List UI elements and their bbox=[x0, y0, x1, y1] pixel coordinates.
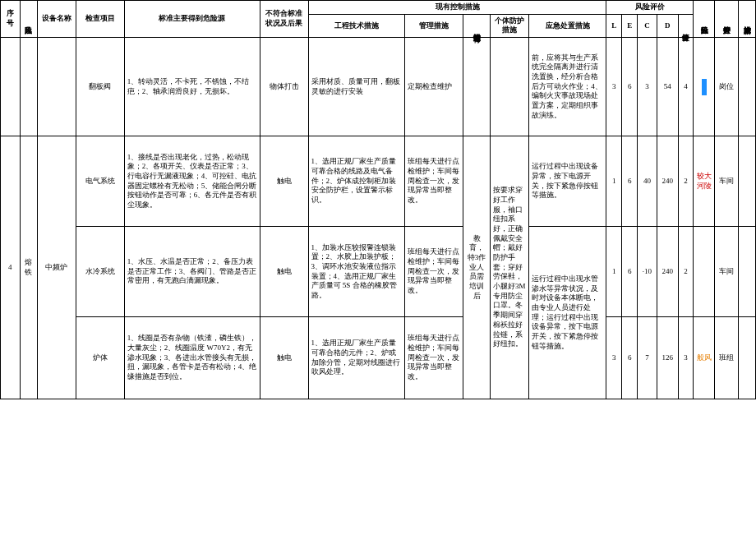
col-new-measure: 新增措施 bbox=[738, 1, 755, 38]
cell-emergency: 前，应将其与生产系统完全隔离并进行清洗置换，经分析合格后方可动火作业；4、编制火… bbox=[529, 38, 606, 136]
cell-train-edu: 教育，特3作业人员需培训后 bbox=[463, 136, 491, 399]
col-control-layer: 管控分层 bbox=[715, 1, 738, 38]
col-risk-point: 风险点 bbox=[20, 1, 37, 38]
col-L: L bbox=[606, 14, 622, 37]
cell-E: 6 bbox=[622, 317, 638, 399]
cell-mgmt: 班组每天进行点检维护；车间每周检查一次，发现异常当即整改。 bbox=[405, 317, 463, 399]
table-row: 炉体 1、线圈是否有杂物（铁渣，磷生铁），大量灰尘；2、线圈温度 W70Y2，有… bbox=[1, 317, 756, 399]
col-C: C bbox=[638, 14, 657, 37]
col-risk-eval: 风险评价 bbox=[606, 1, 694, 15]
col-risk-level: 风险分级 bbox=[694, 1, 715, 38]
cell-risk-level: 较大河陵 bbox=[694, 136, 715, 227]
cell-hazard: 1、水压、水温是否正常；2、备压力表是否正常工作；3、各阀门、管路是否正常密用，… bbox=[124, 227, 260, 317]
table-row: 翻板阀 1、转动灵活，不卡死，不锈蚀，不结疤；2、轴承润滑良好，无损坏。 物体打… bbox=[1, 38, 756, 136]
cell-check-item: 炉体 bbox=[76, 317, 124, 399]
cell-hazard: 1、接线是否出现老化，过热，松动现象；2、各项开关、仪表是否正常；3、行电容行无… bbox=[124, 136, 260, 227]
col-E: E bbox=[622, 14, 638, 37]
cell-C: 3 bbox=[638, 38, 657, 136]
cell-eval: 4 bbox=[678, 38, 694, 136]
cell-control-layer: 岗位 bbox=[715, 38, 738, 136]
cell-seq: 4 bbox=[1, 136, 21, 399]
cell-risk-point: 熔铁 bbox=[20, 136, 37, 399]
cell-C: 7 bbox=[638, 317, 657, 399]
cell-new-measure bbox=[738, 227, 755, 317]
cell-control-layer: 车间 bbox=[715, 227, 738, 317]
col-train-edu: 训育措施培教 bbox=[463, 14, 491, 37]
cell-eng-tech: 1、选用正规厂家生产质量可靠合格的元件；2、炉或加除分管，定期对线圈进行吹风处理… bbox=[308, 317, 405, 399]
col-device-name: 设备名称 bbox=[37, 1, 76, 38]
cell-E: 6 bbox=[622, 227, 638, 317]
cell-risk-level: 般风 bbox=[694, 317, 715, 399]
cell-C: 40 bbox=[638, 136, 657, 227]
cell-mgmt: 班组每天进行点检维护；车间每周检查一次，发现异常当即整改。 bbox=[405, 227, 463, 317]
cell-check-item: 水冷系统 bbox=[76, 227, 124, 317]
cell-L: 1 bbox=[606, 136, 622, 227]
blue-bar-icon bbox=[702, 79, 707, 95]
cell-eval: 2 bbox=[678, 136, 694, 227]
col-ppe: 个体防护措施 bbox=[491, 14, 529, 37]
cell-eng-tech: 1、选用正规厂家生产质量可靠合格的线路及电气备件；2、炉体成控制柜加装安全防护栏… bbox=[308, 136, 405, 227]
col-current-control: 现有控制措施 bbox=[308, 1, 606, 15]
col-seq: 序号 bbox=[1, 1, 21, 38]
cell-E: 6 bbox=[622, 38, 638, 136]
cell-hazard: 1、转动灵活，不卡死，不锈蚀，不结疤；2、轴承润滑良好，无损坏。 bbox=[124, 38, 260, 136]
cell-emergency: 运行过程中出现水管渗水等异常状况，及时对设备本体断电，由专业人员进行处理；运行过… bbox=[529, 227, 606, 399]
table-row: 水冷系统 1、水压、水温是否正常；2、备压力表是否正常工作；3、各阀门、管路是否… bbox=[1, 227, 756, 317]
cell-L: 1 bbox=[606, 227, 622, 317]
cell-D: 240 bbox=[657, 136, 678, 227]
cell-hazard: 1、线圈是否有杂物（铁渣，磷生铁），大量灰尘；2、线圈温度 W70Y2，有无渗水… bbox=[124, 317, 260, 399]
col-main-hazard: 标准主要得到危险源 bbox=[124, 1, 260, 38]
cell-mgmt: 定期检查维护 bbox=[405, 38, 463, 136]
cell-C: ·10 bbox=[638, 227, 657, 317]
cell-device-name bbox=[37, 38, 76, 136]
cell-eng-tech: 采用材质、质量可用，翻板灵敏的进行安装 bbox=[308, 38, 405, 136]
cell-new-measure bbox=[738, 136, 755, 227]
cell-L: 3 bbox=[606, 317, 622, 399]
cell-train-edu bbox=[463, 38, 491, 136]
col-eng-tech: 工程技术措施 bbox=[308, 14, 405, 37]
cell-mgmt: 班组每天进行点检维护；车间每周检查一次，发现异常当即整改。 bbox=[405, 136, 463, 227]
col-D: D bbox=[657, 14, 678, 37]
cell-E: 6 bbox=[622, 136, 638, 227]
cell-non-conform: 触电 bbox=[260, 317, 308, 399]
cell-risk-point bbox=[20, 38, 37, 136]
cell-eval: 3 bbox=[678, 317, 694, 399]
col-non-conform: 不符合标准状况及后果 bbox=[260, 1, 308, 38]
col-mgmt: 管理措施 bbox=[405, 14, 463, 37]
cell-eval: 2 bbox=[678, 227, 694, 317]
cell-risk-level bbox=[694, 38, 715, 136]
cell-D: 240 bbox=[657, 227, 678, 317]
cell-non-conform: 物体打击 bbox=[260, 38, 308, 136]
col-check-item: 检查项目 bbox=[76, 1, 124, 38]
col-eval-level: 评价分级 bbox=[678, 14, 694, 37]
cell-L: 3 bbox=[606, 38, 622, 136]
table-header: 序号 风险点 设备名称 检查项目 标准主要得到危险源 不符合标准状况及后果 现有… bbox=[1, 1, 756, 38]
cell-control-layer: 车间 bbox=[715, 136, 738, 227]
cell-non-conform: 触电 bbox=[260, 227, 308, 317]
cell-new-measure bbox=[738, 317, 755, 399]
cell-emergency: 运行过程中出现设备异常，按下电源开关，按下紧急停按钮等措施。 bbox=[529, 136, 606, 227]
cell-non-conform: 触电 bbox=[260, 136, 308, 227]
cell-new-measure bbox=[738, 38, 755, 136]
cell-ppe: 按要求穿好工作服，袖口纽扣系好，正确佩戴安全帽；戴好防护手套；穿好劳保鞋，小腿好… bbox=[491, 136, 529, 399]
cell-D: 126 bbox=[657, 317, 678, 399]
cell-seq bbox=[1, 38, 21, 136]
cell-ppe bbox=[491, 38, 529, 136]
cell-device-name: 中频炉 bbox=[37, 136, 76, 399]
table-row: 4 熔铁 中频炉 电气系统 1、接线是否出现老化，过热，松动现象；2、各项开关、… bbox=[1, 136, 756, 227]
cell-control-layer: 班组 bbox=[715, 317, 738, 399]
cell-eng-tech: 1、加装水压较报警连锁装置；2、水胶上加装护板；3、调环水池安装液位指示装置；4… bbox=[308, 227, 405, 317]
cell-check-item: 翻板阀 bbox=[76, 38, 124, 136]
cell-check-item: 电气系统 bbox=[76, 136, 124, 227]
cell-risk-level bbox=[694, 227, 715, 317]
col-emergency: 应急处置措施 bbox=[529, 14, 606, 37]
risk-assessment-table: 序号 风险点 设备名称 检查项目 标准主要得到危险源 不符合标准状况及后果 现有… bbox=[0, 0, 756, 399]
cell-D: 54 bbox=[657, 38, 678, 136]
